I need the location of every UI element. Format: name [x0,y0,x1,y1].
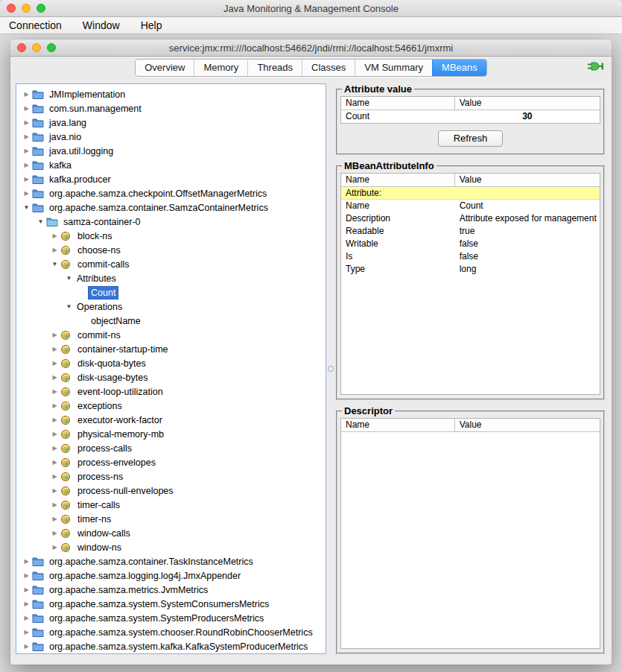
table-row[interactable]: Isfalse [341,250,600,263]
minimize-button[interactable] [22,4,31,13]
tree-item-kafka[interactable]: ▶ kafka [16,158,326,172]
expand-arrow-icon[interactable]: ▶ [49,346,60,352]
tab-memory[interactable]: Memory [194,60,247,76]
tree-item-commit-ns[interactable]: ▶ commit-ns [16,328,326,342]
tree-item-java-nio[interactable]: ▶ java.nio [16,130,326,144]
tree-item-com-sun-management[interactable]: ▶ com.sun.management [16,101,326,115]
tab-classes[interactable]: Classes [302,60,355,76]
expand-arrow-icon[interactable]: ▶ [49,459,60,466]
tree-item-disk-quota-bytes[interactable]: ▶ disk-quota-bytes [16,356,326,370]
table-row[interactable]: Attribute: [341,187,600,200]
tree-item-timer-calls[interactable]: ▶ timer-calls [16,498,326,512]
expand-arrow-icon[interactable]: ▶ [49,232,60,239]
tree-item-kafka-producer[interactable]: ▶ kafka.producer [16,172,326,186]
expand-arrow-icon[interactable]: ▶ [21,586,32,593]
tree-item-org-apache-samza-system-systemconsumersmetrics[interactable]: ▶ org.apache.samza.system.SystemConsumer… [16,597,326,611]
tree-item-container-startup-time[interactable]: ▶ container-startup-time [16,342,326,356]
collapse-arrow-icon[interactable]: ▼ [21,204,32,211]
tree-item-timer-ns[interactable]: ▶ timer-ns [16,512,326,526]
column-header-name[interactable]: Name [341,419,455,431]
expand-arrow-icon[interactable]: ▶ [49,516,60,522]
column-header-value[interactable]: Value [455,419,600,431]
inner-close-button[interactable] [17,43,26,52]
tree-item-attributes[interactable]: ▼Attributes [16,271,326,285]
expand-arrow-icon[interactable]: ▶ [21,176,32,183]
column-header-name[interactable]: Name [341,174,455,186]
table-row[interactable]: Readabletrue [341,225,600,238]
collapse-arrow-icon[interactable]: ▼ [63,275,74,282]
expand-arrow-icon[interactable]: ▶ [21,572,32,579]
tree-item-count[interactable]: Count [16,285,326,299]
column-header-name[interactable]: Name [341,97,455,110]
zoom-button[interactable] [37,4,45,13]
expand-arrow-icon[interactable]: ▶ [49,431,60,437]
expand-arrow-icon[interactable]: ▶ [21,615,32,621]
expand-arrow-icon[interactable]: ▶ [21,162,32,168]
expand-arrow-icon[interactable]: ▶ [49,530,60,536]
menu-item-connection[interactable]: Connection [9,19,62,31]
expand-arrow-icon[interactable]: ▶ [49,445,60,451]
expand-arrow-icon[interactable]: ▶ [21,119,32,126]
expand-arrow-icon[interactable]: ▶ [21,105,32,112]
expand-arrow-icon[interactable]: ▶ [21,558,32,565]
tree-item-commit-calls[interactable]: ▼ commit-calls [16,257,326,271]
tree-item-window-ns[interactable]: ▶ window-ns [16,540,326,554]
expand-arrow-icon[interactable]: ▶ [49,332,60,338]
expand-arrow-icon[interactable]: ▶ [21,629,32,635]
split-pane-divider[interactable] [326,83,336,654]
menu-item-help[interactable]: Help [141,19,162,31]
table-row[interactable]: NameCount [341,200,600,212]
tree-item-java-lang[interactable]: ▶ java.lang [16,115,326,130]
tree-item-window-calls[interactable]: ▶ window-calls [16,526,326,540]
expand-arrow-icon[interactable]: ▶ [49,388,60,395]
tree-item-operations[interactable]: ▼Operations [16,299,326,314]
tree-item-physical-memory-mb[interactable]: ▶ physical-memory-mb [16,427,326,441]
expand-arrow-icon[interactable]: ▶ [49,247,60,253]
expand-arrow-icon[interactable]: ▶ [49,360,60,367]
refresh-button[interactable]: Refresh [438,130,504,147]
expand-arrow-icon[interactable]: ▶ [21,190,32,197]
tree-item-exceptions[interactable]: ▶ exceptions [16,399,326,413]
inner-minimize-button[interactable] [32,43,41,52]
tree-item-org-apache-samza-system-chooser-roundrobinchoosermetrics[interactable]: ▶ org.apache.samza.system.chooser.RoundR… [16,625,326,639]
collapse-arrow-icon[interactable]: ▼ [49,261,60,267]
tree-item-org-apache-samza-container-samzacontainermetrics[interactable]: ▼ org.apache.samza.container.SamzaContai… [16,200,326,215]
menu-item-window[interactable]: Window [83,19,120,31]
tree-item-process-calls[interactable]: ▶ process-calls [16,441,326,455]
divider-handle-icon[interactable] [328,366,334,372]
expand-arrow-icon[interactable]: ▶ [21,133,32,140]
tree-item-process-envelopes[interactable]: ▶ process-envelopes [16,455,326,469]
expand-arrow-icon[interactable]: ▶ [49,416,60,423]
expand-arrow-icon[interactable]: ▶ [21,148,32,154]
tree-item-org-apache-samza-system-systemproducersmetrics[interactable]: ▶ org.apache.samza.system.SystemProducer… [16,611,326,625]
tree-item-org-apache-samza-checkpoint-offsetmanagermetrics[interactable]: ▶ org.apache.samza.checkpoint.OffsetMana… [16,186,326,200]
tree-item-process-null-envelopes[interactable]: ▶ process-null-envelopes [16,484,326,498]
tree-item-choose-ns[interactable]: ▶ choose-ns [16,243,326,257]
collapse-arrow-icon[interactable]: ▼ [35,218,46,225]
expand-arrow-icon[interactable]: ▶ [49,544,60,551]
expand-arrow-icon[interactable]: ▶ [49,374,60,381]
expand-arrow-icon[interactable]: ▶ [21,643,32,650]
tree-item-org-apache-samza-system-kafka-kafkasystemproducermetrics[interactable]: ▶ org.apache.samza.system.kafka.KafkaSys… [16,639,326,653]
tab-vm-summary[interactable]: VM Summary [355,60,432,76]
expand-arrow-icon[interactable]: ▶ [21,91,32,98]
column-header-value[interactable]: Value [455,97,600,110]
table-row[interactable]: Typelong [341,263,600,276]
tree-item-samza-container-0[interactable]: ▼ samza-container-0 [16,215,326,229]
collapse-arrow-icon[interactable]: ▼ [63,303,74,310]
column-header-value[interactable]: Value [455,174,600,186]
tree-item-org-apache-samza-container-taskinstancemetrics[interactable]: ▶ org.apache.samza.container.TaskInstanc… [16,554,326,568]
close-button[interactable] [7,4,16,13]
table-row[interactable]: DescriptionAttribute exposed for managem… [341,212,600,225]
tree-item-org-apache-samza-logging-log4j-jmxappender[interactable]: ▶ org.apache.samza.logging.log4j.JmxAppe… [16,568,326,583]
tree-item-java-util-logging[interactable]: ▶ java.util.logging [16,144,326,158]
tab-overview[interactable]: Overview [136,60,194,76]
tab-mbeans[interactable]: MBeans [432,60,486,76]
tree-item-objectname[interactable]: objectName [16,314,326,328]
expand-arrow-icon[interactable]: ▶ [21,600,32,607]
expand-arrow-icon[interactable]: ▶ [49,487,60,494]
table-row[interactable]: Count30 [341,110,600,123]
tree-item-process-ns[interactable]: ▶ process-ns [16,469,326,484]
expand-arrow-icon[interactable]: ▶ [49,402,60,409]
table-row[interactable]: Writablefalse [341,238,600,250]
